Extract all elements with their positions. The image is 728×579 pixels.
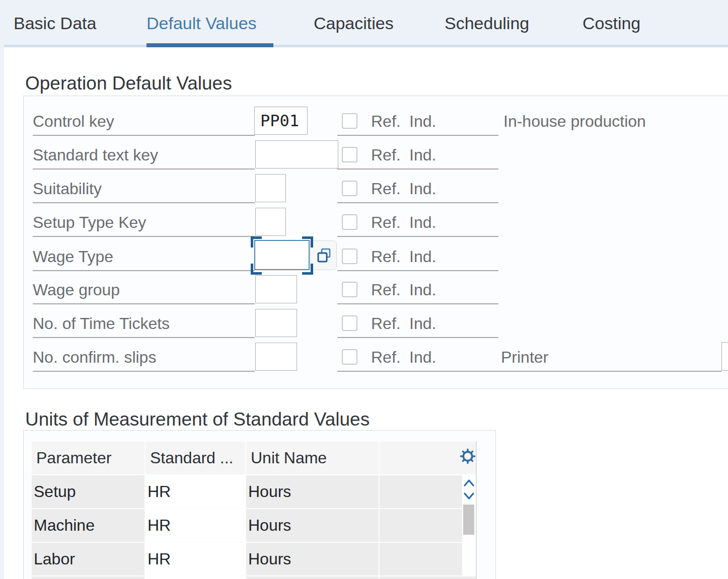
column-header-standard: Standard ...: [145, 442, 245, 474]
ind-label: Ind.: [409, 209, 436, 236]
parameter-cell: Labor: [32, 543, 144, 575]
empty-cell: [380, 509, 476, 542]
parameter-cell-partial: [32, 576, 144, 579]
tab-capacities[interactable]: Capacities: [314, 0, 394, 47]
wage-group-label: Wage group: [33, 277, 255, 304]
ref-label: Ref.: [371, 142, 401, 169]
unit-name-cell: Hours: [246, 475, 379, 508]
empty-cell: [380, 475, 476, 508]
time-tickets-row: No. of Time Tickets Ref. Ind.: [0, 310, 728, 338]
setup-type-key-row: Setup Type Key Ref. Ind.: [0, 209, 728, 237]
confirm-slips-input[interactable]: [255, 343, 297, 371]
suitability-label: Suitability: [33, 176, 255, 203]
empty-cell: [380, 543, 476, 575]
ref-label: Ref.: [371, 108, 401, 135]
ind-label: Ind.: [409, 142, 436, 169]
confirm-slips-row: No. confirm. slips Ref. Ind. Printer: [0, 344, 728, 372]
focus-corner-bottom-left: [251, 264, 262, 275]
suitability-input[interactable]: [255, 174, 286, 202]
standard-text-key-row: Standard text key Ref. Ind.: [0, 142, 728, 170]
tab-costing[interactable]: Costing: [583, 0, 640, 47]
wage-type-label: Wage Type: [33, 243, 255, 271]
setup-type-key-input[interactable]: [255, 208, 286, 236]
printer-input[interactable]: [721, 342, 728, 371]
units-of-measurement-title: Units of Measurement of Standard Values: [25, 408, 370, 431]
standard-value-cell[interactable]: HR: [145, 543, 245, 575]
column-header-parameter: Parameter: [32, 442, 144, 474]
wage-type-row: Wage Type Ref. Ind.: [0, 243, 728, 271]
ref-ind-label-group: Ref. Ind.: [337, 277, 498, 304]
ind-label: Ind.: [409, 310, 436, 337]
value-help-copy-icon: [316, 247, 332, 264]
units-table: Parameter Standard ... Unit Name Setup H…: [32, 442, 476, 579]
ref-ind-label-group: Ref. Ind.: [337, 176, 498, 203]
ref-ind-label-group: Ref. Ind.: [337, 344, 498, 372]
ref-label: Ref.: [371, 310, 401, 337]
ref-ind-label-group: Ref. Ind.: [337, 209, 498, 237]
table-settings-button[interactable]: [460, 448, 477, 465]
time-tickets-input[interactable]: [255, 309, 297, 337]
scrollbar-thumb[interactable]: [463, 505, 474, 535]
ref-label: Ref.: [371, 209, 401, 236]
printer-field: Printer: [498, 344, 721, 372]
parameter-cell: Machine: [32, 509, 144, 542]
ref-ind-label-group: Ref. Ind.: [337, 310, 498, 338]
empty-cell-partial: [380, 576, 476, 579]
value-help-button[interactable]: [310, 240, 337, 270]
chevron-up-icon: [463, 478, 475, 488]
standard-text-key-label: Standard text key: [33, 142, 255, 170]
tab-scheduling[interactable]: Scheduling: [445, 0, 529, 47]
tab-basic-data[interactable]: Basic Data: [14, 0, 96, 47]
ref-label: Ref.: [371, 243, 401, 270]
wage-type-input[interactable]: [254, 240, 310, 270]
column-header-unit-name: Unit Name: [246, 442, 379, 474]
control-key-input[interactable]: [254, 107, 308, 135]
work-center-default-values-screen: Basic Data Default Values Capacities Sch…: [0, 0, 728, 579]
wage-group-row: Wage group Ref. Ind.: [0, 277, 728, 304]
ref-ind-label-group: Ref. Ind.: [337, 142, 498, 170]
standard-text-key-input[interactable]: [255, 140, 338, 169]
control-key-label: Control key: [33, 108, 255, 136]
ind-label: Ind.: [409, 108, 436, 135]
ind-label: Ind.: [409, 277, 436, 303]
standard-value-cell[interactable]: HR: [145, 475, 245, 508]
unit-name-cell: Hours: [246, 509, 379, 542]
gear-icon: [460, 448, 476, 464]
ref-ind-label-group: Ref. Ind.: [337, 108, 498, 136]
wage-group-input[interactable]: [255, 275, 297, 303]
confirm-slips-label: No. confirm. slips: [33, 344, 255, 372]
scroll-down-button[interactable]: [463, 491, 475, 502]
printer-label: Printer: [501, 344, 548, 371]
time-tickets-label: No. of Time Tickets: [33, 310, 255, 338]
operation-default-values-title: Operation Default Values: [25, 72, 232, 95]
unit-name-cell: Hours: [246, 543, 379, 575]
scroll-up-button[interactable]: [463, 478, 475, 489]
suitability-row: Suitability Ref. Ind.: [0, 176, 728, 203]
standard-value-cell[interactable]: HR: [145, 509, 245, 542]
ind-label: Ind.: [409, 243, 436, 270]
tab-bar: Basic Data Default Values Capacities Sch…: [0, 0, 728, 47]
ref-ind-label-group: Ref. Ind.: [337, 243, 498, 271]
focus-corner-top-left: [251, 236, 262, 247]
ref-label: Ref.: [371, 176, 401, 202]
table-scrollbar[interactable]: [462, 475, 476, 576]
ref-label: Ref.: [371, 277, 401, 303]
focus-corner-top-right: [302, 236, 313, 247]
ref-label: Ref.: [371, 344, 401, 371]
chevron-down-icon: [463, 491, 475, 501]
parameter-cell: Setup: [32, 475, 144, 508]
unit-name-cell-partial: [246, 576, 379, 579]
active-tab-underline: [147, 43, 273, 47]
ind-label: Ind.: [409, 176, 436, 202]
standard-value-cell-partial: [145, 576, 245, 579]
control-key-row: Control key Ref. Ind. In-house productio…: [0, 108, 728, 136]
ind-label: Ind.: [409, 344, 436, 371]
setup-type-key-label: Setup Type Key: [33, 209, 255, 237]
control-key-description: In-house production: [503, 108, 646, 135]
tab-default-values[interactable]: Default Values: [147, 0, 257, 47]
focus-corner-bottom-right: [302, 264, 313, 275]
